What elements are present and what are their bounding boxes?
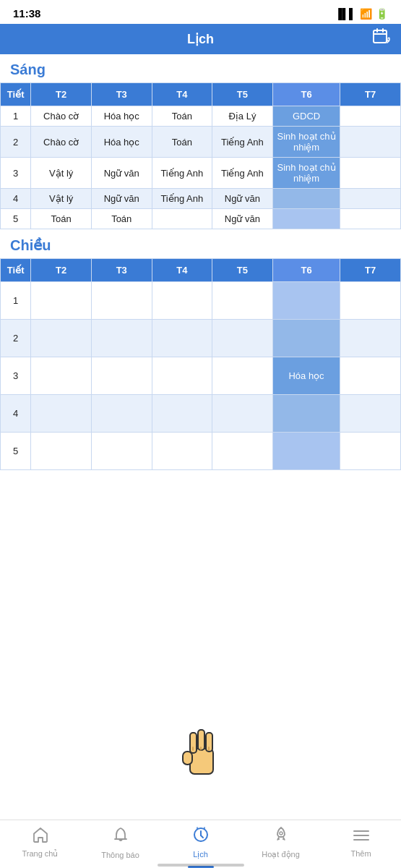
a-t4-5 [152,433,212,470]
a-t5-3 [212,357,273,395]
m-t6-4 [272,189,340,209]
calendar-sync-icon[interactable] [372,27,391,51]
a-t6-5 [272,433,340,470]
morning-section-label: Sáng [0,54,401,82]
a-t2-4 [31,395,92,433]
home-icon [32,827,49,847]
m-t4-1: Toán [152,106,212,127]
a-t3-5 [91,433,152,470]
nav-home[interactable]: Trang chủ [0,827,80,859]
nav-notifications[interactable]: Thông báo [80,827,160,859]
afternoon-table: Tiết T2 T3 T4 T5 T6 T7 1 2 [0,258,401,470]
morning-row-5: 5 Toán Toán Ngữ văn [1,209,401,229]
a-t4-2 [152,320,212,357]
a-t2-2 [31,320,92,357]
m-t5-1: Địa Lý [212,106,273,127]
m-t6-1: GDCD [272,106,340,127]
header-t6: T6 [272,83,340,106]
svg-rect-6 [190,733,197,753]
m-t6-2: Sinh hoạt chủ nhiệm [272,127,340,158]
m-t2-1: Chào cờ [31,106,92,127]
a-header-tiet: Tiết [1,259,31,282]
m-t5-5: Ngữ văn [212,209,273,229]
m-t3-4: Ngữ văn [91,189,152,209]
svg-rect-4 [190,749,213,774]
header-t7: T7 [340,83,401,106]
a-header-t4: T4 [152,259,212,282]
morning-row-4: 4 Vật lý Ngữ văn Tiếng Anh Ngữ văn [1,189,401,209]
a-t5-2 [212,320,273,357]
morning-row-2: 2 Chào cờ Hóa học Toán Tiếng Anh Sinh ho… [1,127,401,158]
nav-schedule[interactable]: Lịch [160,826,241,859]
m-t4-5 [152,209,212,229]
nav-activities[interactable]: Hoạt động [241,826,321,859]
a-t7-5 [340,433,401,470]
m-t2-2: Chào cờ [31,127,92,158]
a-t6-4 [272,395,340,433]
a-t3-1 [91,282,152,320]
header-tiet: Tiết [1,83,31,106]
a-t5-5 [212,433,273,470]
home-indicator [158,864,244,867]
afternoon-header-row: Tiết T2 T3 T4 T5 T6 T7 [1,259,401,282]
m-t7-2 [340,127,401,158]
a-header-t6: T6 [272,259,340,282]
a-t3-3 [91,357,152,395]
a-t2-5 [31,433,92,470]
tiet-4: 4 [1,189,31,209]
a-t4-4 [152,395,212,433]
a-t7-4 [340,395,401,433]
a-t7-3 [340,357,401,395]
a-t2-3 [31,357,92,395]
app-header: Lịch [0,24,401,54]
m-t3-3: Ngữ văn [91,158,152,189]
a-tiet-2: 2 [1,320,31,357]
a-t2-1 [31,282,92,320]
a-t3-2 [91,320,152,357]
a-t5-1 [212,282,273,320]
menu-icon [353,828,370,847]
morning-row-1: 1 Chào cờ Hóa học Toán Địa Lý GDCD [1,106,401,127]
m-t7-1 [340,106,401,127]
a-tiet-3: 3 [1,357,31,395]
nav-notifications-label: Thông báo [101,851,139,859]
status-time: 11:38 [13,7,40,20]
status-bar: 11:38 ▐▌▌ 📶 🔋 [0,0,401,24]
header-t2: T2 [31,83,92,106]
m-t7-5 [340,209,401,229]
m-t3-1: Hóa học [91,106,152,127]
cursor-hand-icon [176,721,226,790]
svg-rect-5 [183,752,192,765]
m-t4-4: Tiếng Anh [152,189,212,209]
header-t5: T5 [212,83,273,106]
m-t7-4 [340,189,401,209]
a-t7-1 [340,282,401,320]
a-header-t3: T3 [91,259,152,282]
svg-point-18 [280,832,283,835]
header-t3: T3 [91,83,152,106]
a-tiet-5: 5 [1,433,31,470]
tiet-5: 5 [1,209,31,229]
battery-icon: 🔋 [376,8,388,20]
a-header-t2: T2 [31,259,92,282]
tiet-2: 2 [1,127,31,158]
afternoon-row-2: 2 [1,320,401,357]
nav-activities-label: Hoạt động [262,850,300,859]
status-icons: ▐▌▌ 📶 🔋 [335,8,388,20]
m-t4-3: Tiếng Anh [152,158,212,189]
afternoon-row-5: 5 [1,433,401,470]
morning-row-3: 3 Vật lý Ngữ văn Tiếng Anh Tiếng Anh Sin… [1,158,401,189]
afternoon-row-1: 1 [1,282,401,320]
main-content: Sáng Tiết T2 T3 T4 T5 T6 T7 1 [0,54,401,564]
a-header-t5: T5 [212,259,273,282]
afternoon-row-4: 4 [1,395,401,433]
a-tiet-1: 1 [1,282,31,320]
morning-table: Tiết T2 T3 T4 T5 T6 T7 1 Chào cờ Hóa học… [0,82,401,229]
m-t2-3: Vật lý [31,158,92,189]
m-t3-2: Hóa học [91,127,152,158]
a-t3-4 [91,395,152,433]
svg-rect-7 [198,730,204,750]
afternoon-section-label: Chiều [0,229,401,258]
nav-more[interactable]: Thêm [321,828,401,858]
a-t6-1 [272,282,340,320]
